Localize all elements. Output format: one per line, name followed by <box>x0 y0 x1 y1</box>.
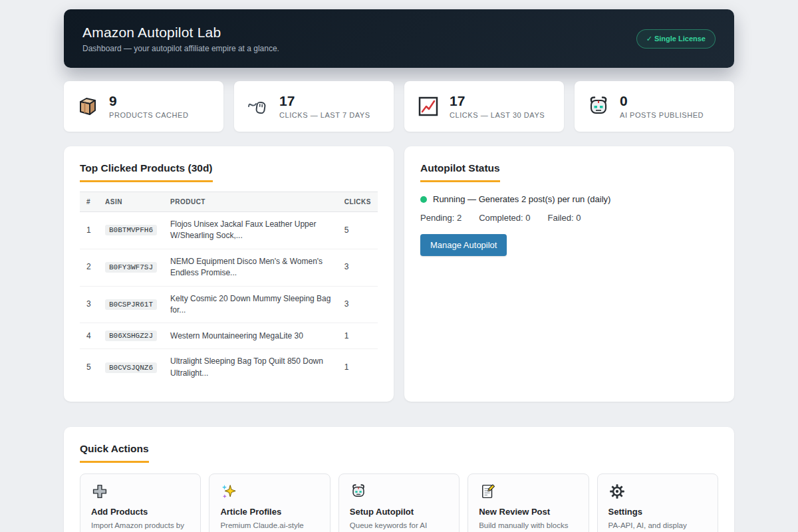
mouse-icon <box>246 94 270 118</box>
package-icon <box>76 94 100 118</box>
quick-action-title: Add Products <box>91 507 190 517</box>
quick-action-article-profiles[interactable]: Article Profiles Premium Claude.ai-style… <box>209 473 330 532</box>
quick-action-title: Setup Autopilot <box>350 507 448 517</box>
asin-badge: B0FY3WF7SJ <box>105 262 157 273</box>
robot-icon <box>350 483 367 500</box>
clicks-cell: 3 <box>338 249 378 286</box>
column-clicks: CLICKS <box>338 192 378 212</box>
stat-value: 0 <box>620 94 704 108</box>
column-asin: ASIN <box>98 192 164 212</box>
stat-card-ai-posts: 0 AI POSTS PUBLISHED <box>575 81 734 132</box>
quick-action-settings[interactable]: Settings PA-API, AI, and display options <box>597 473 718 532</box>
clicks-cell: 3 <box>338 286 378 323</box>
stat-card-clicks-7d: 17 CLICKS — LAST 7 DAYS <box>234 81 394 132</box>
robot-icon <box>587 94 610 118</box>
stat-label: PRODUCTS CACHED <box>109 111 188 119</box>
pending-count: Pending: 2 <box>420 213 462 223</box>
table-header-row: # ASIN PRODUCT CLICKS <box>80 192 378 212</box>
memo-icon <box>479 483 496 500</box>
table-row: 1 B0BTMVPFH6 Flojos Unisex Jackal Faux L… <box>80 212 378 249</box>
manage-autopilot-button[interactable]: Manage Autopilot <box>420 234 507 256</box>
clicks-cell: 1 <box>338 349 378 386</box>
table-row: 2 B0FY3WF7SJ NEMO Equipment Disco Men's … <box>80 249 378 286</box>
rank-cell: 4 <box>80 323 98 349</box>
stat-card-clicks-30d: 17 CLICKS — LAST 30 DAYS <box>404 81 564 132</box>
quick-action-new-review-post[interactable]: New Review Post Build manually with bloc… <box>467 473 589 532</box>
stat-label: CLICKS — LAST 30 DAYS <box>450 111 545 119</box>
quick-action-desc: Import Amazon products by ASIN <box>91 520 190 532</box>
status-text: Running — Generates 2 post(s) per run (d… <box>433 194 610 204</box>
header-text-block: Amazon Autopilot Lab Dashboard — your au… <box>82 25 279 53</box>
quick-action-title: Article Profiles <box>220 507 319 517</box>
table-row: 5 B0CVSJQNZ6 Ultralight Sleeping Bag Top… <box>80 349 378 386</box>
quick-action-desc: Build manually with blocks <box>479 520 577 531</box>
asin-badge: B0BTMVPFH6 <box>105 225 157 235</box>
license-badge: ✓ Single License <box>636 29 716 49</box>
quick-action-desc: PA-API, AI, and display options <box>608 520 707 532</box>
rank-cell: 3 <box>80 286 98 323</box>
rank-cell: 5 <box>80 349 98 386</box>
quick-action-desc: Queue keywords for AI blogging <box>350 520 448 532</box>
asin-badge: B06XSHGZ2J <box>105 331 157 341</box>
quick-actions-panel: Quick Actions Add Products Import Amazon… <box>64 427 734 532</box>
column-product: PRODUCT <box>164 192 338 212</box>
dashboard-page: Amazon Autopilot Lab Dashboard — your au… <box>64 0 734 532</box>
table-row: 4 B06XSHGZ2J Western Mountaineering Mega… <box>80 323 378 349</box>
status-running-dot <box>420 196 427 203</box>
stat-card-products-cached: 9 PRODUCTS CACHED <box>64 81 223 132</box>
quick-action-setup-autopilot[interactable]: Setup Autopilot Queue keywords for AI bl… <box>338 473 460 532</box>
product-cell: Kelty Cosmic 20 Down Mummy Sleeping Bag … <box>164 286 338 323</box>
product-cell: NEMO Equipment Disco Men's & Women's End… <box>164 249 338 286</box>
plus-icon <box>91 483 108 500</box>
autopilot-counters: Pending: 2 Completed: 0 Failed: 0 <box>420 213 718 223</box>
product-cell: Flojos Unisex Jackal Faux Leather Upper … <box>164 212 338 249</box>
page-title: Amazon Autopilot Lab <box>82 25 279 41</box>
autopilot-heading: Autopilot Status <box>420 162 500 182</box>
quick-action-desc: Premium Claude.ai-style writing setups <box>220 520 319 532</box>
table-row: 3 B0CSPJR61T Kelty Cosmic 20 Down Mummy … <box>80 286 378 323</box>
rank-cell: 1 <box>80 212 98 249</box>
stat-value: 17 <box>279 94 370 108</box>
sparkles-icon <box>220 483 237 500</box>
product-cell: Western Mountaineering MegaLite 30 <box>164 323 338 349</box>
quick-actions-grid: Add Products Import Amazon products by A… <box>80 473 718 532</box>
autopilot-status-line: Running — Generates 2 post(s) per run (d… <box>420 194 718 204</box>
completed-count: Completed: 0 <box>479 213 530 223</box>
products-table: # ASIN PRODUCT CLICKS 1 B0BTMVPFH6 Flojo… <box>80 192 378 386</box>
main-grid: Top Clicked Products (30d) # ASIN PRODUC… <box>64 146 734 402</box>
stat-value: 17 <box>450 94 545 108</box>
product-cell: Ultralight Sleeping Bag Top Quilt 850 Do… <box>164 349 338 386</box>
top-clicked-products-panel: Top Clicked Products (30d) # ASIN PRODUC… <box>64 146 394 402</box>
quick-action-add-products[interactable]: Add Products Import Amazon products by A… <box>80 473 201 532</box>
gear-icon <box>608 483 626 500</box>
quick-action-title: New Review Post <box>479 507 577 517</box>
quick-action-title: Settings <box>608 507 707 517</box>
products-heading: Top Clicked Products (30d) <box>80 162 213 182</box>
stat-label: AI POSTS PUBLISHED <box>620 111 704 119</box>
stats-row: 9 PRODUCTS CACHED 17 CLICKS — LAST 7 DAY… <box>64 81 734 132</box>
rank-cell: 2 <box>80 249 98 286</box>
chart-up-icon <box>416 94 440 118</box>
page-subtitle: Dashboard — your autopilot affiliate emp… <box>82 44 279 53</box>
stat-value: 9 <box>109 94 188 108</box>
autopilot-status-panel: Autopilot Status Running — Generates 2 p… <box>404 146 734 402</box>
clicks-cell: 5 <box>338 212 378 249</box>
quick-actions-heading: Quick Actions <box>80 443 149 463</box>
asin-badge: B0CSPJR61T <box>105 299 157 310</box>
asin-badge: B0CVSJQNZ6 <box>105 362 157 373</box>
header-banner: Amazon Autopilot Lab Dashboard — your au… <box>64 9 734 68</box>
column-rank: # <box>80 192 98 212</box>
clicks-cell: 1 <box>338 323 378 349</box>
stat-label: CLICKS — LAST 7 DAYS <box>279 111 370 119</box>
failed-count: Failed: 0 <box>548 213 581 223</box>
